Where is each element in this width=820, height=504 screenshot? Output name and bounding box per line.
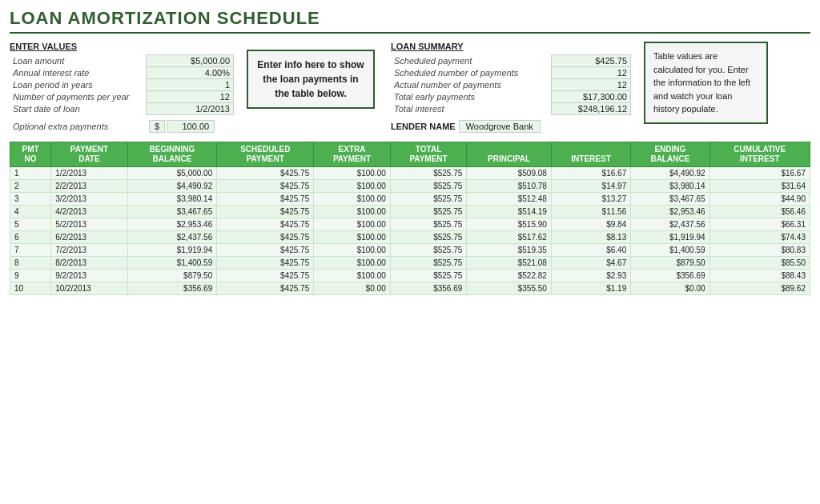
page-title: LOAN AMORTIZATION SCHEDULE [10,8,810,34]
loan-summary-table: Scheduled payment $425.75 Scheduled numb… [391,54,631,115]
table-cell: 2 [10,180,51,193]
table-cell: $44.90 [709,193,810,206]
table-cell: $425.75 [217,257,314,270]
table-cell: $100.00 [314,257,391,270]
table-cell: $3,980.14 [127,193,217,206]
ls-label: Scheduled number of payments [391,67,551,79]
amort-col-header: ENDINGBALANCE [631,142,709,167]
table-cell: $0.00 [314,282,391,295]
ev-value: 12 [146,91,234,103]
ls-label: Total interest [391,103,551,115]
lender-row: LENDER NAME Woodgrove Bank [391,120,631,133]
ev-label: Annual interest rate [10,67,146,79]
amort-col-header: SCHEDULEDPAYMENT [217,142,314,167]
table-cell: $510.78 [467,180,552,193]
enter-values-section: ENTER VALUES Loan amount $5,000.00 Annua… [10,42,234,134]
table-cell: $100.00 [314,218,391,231]
table-row: 22/2/2013$4,490.92$425.75$100.00$525.75$… [10,180,810,193]
ev-label: Loan amount [10,55,146,67]
table-cell: $521.08 [467,257,552,270]
ev-row: Start date of loan 1/2/2013 [10,103,234,115]
ls-row: Total interest $248,196.12 [391,103,631,115]
table-cell: 1 [10,167,51,180]
table-cell: $425.75 [217,206,314,218]
lender-label: LENDER NAME [391,122,456,131]
table-cell: $515.90 [467,218,552,231]
info-box: Enter info here to show the loan payment… [247,50,375,109]
ls-value: 12 [551,67,631,79]
table-cell: $74.43 [709,231,810,244]
table-cell: $80.83 [709,244,810,257]
ls-row: Total early payments $17,300.00 [391,91,631,103]
amort-col-header: PAYMENTDATE [51,142,128,167]
table-cell: $879.50 [127,270,217,282]
table-cell: $2,953.46 [127,218,217,231]
table-cell: $425.75 [217,244,314,257]
table-row: 44/2/2013$3,467.65$425.75$100.00$525.75$… [10,206,810,218]
table-cell: 3/2/2013 [51,193,128,206]
table-cell: $525.75 [390,244,467,257]
table-cell: $85.50 [709,257,810,270]
table-cell: 6/2/2013 [51,231,128,244]
table-cell: $5,000.00 [127,167,217,180]
amort-col-header: TOTALPAYMENT [390,142,467,167]
table-cell: $100.00 [314,180,391,193]
table-cell: $425.75 [217,180,314,193]
ev-value: 1 [146,79,234,91]
extra-payment-row: Optional extra payments $ 100.00 [10,115,234,134]
table-cell: 10/2/2013 [51,282,128,295]
table-cell: 9 [10,270,51,282]
table-cell: $425.75 [217,231,314,244]
table-cell: 8/2/2013 [51,257,128,270]
table-cell: 4/2/2013 [51,206,128,218]
enter-values-label: ENTER VALUES [10,42,234,51]
table-cell: $425.75 [217,282,314,295]
table-cell: $1.19 [551,282,630,295]
ls-label: Scheduled payment [391,55,551,67]
ev-value: 1/2/2013 [146,103,234,115]
amortization-table: PMTNOPAYMENTDATEBEGINNINGBALANCESCHEDULE… [10,142,810,295]
amort-col-header: EXTRAPAYMENT [314,142,391,167]
table-cell: 9/2/2013 [51,270,128,282]
ev-row: Loan amount $5,000.00 [10,55,234,67]
amort-col-header: INTEREST [551,142,630,167]
table-cell: $425.75 [217,218,314,231]
ls-row: Scheduled number of payments 12 [391,67,631,79]
table-cell: $1,400.59 [127,257,217,270]
amort-col-header: PRINCIPAL [467,142,552,167]
table-cell: $425.75 [217,193,314,206]
table-cell: 6 [10,231,51,244]
table-cell: $1,400.59 [631,244,709,257]
table-cell: $100.00 [314,244,391,257]
table-cell: 8 [10,257,51,270]
table-row: 66/2/2013$2,437.56$425.75$100.00$525.75$… [10,231,810,244]
table-cell: $512.48 [467,193,552,206]
table-cell: $4.67 [551,257,630,270]
table-cell: $6.40 [551,244,630,257]
table-cell: 5/2/2013 [51,218,128,231]
table-row: 1010/2/2013$356.69$425.75$0.00$356.69$35… [10,282,810,295]
table-row: 88/2/2013$1,400.59$425.75$100.00$525.75$… [10,257,810,270]
table-cell: $356.69 [127,282,217,295]
table-cell: $14.97 [551,180,630,193]
table-cell: $356.69 [631,270,709,282]
ls-value: $425.75 [551,55,631,67]
table-row: 11/2/2013$5,000.00$425.75$100.00$525.75$… [10,167,810,180]
table-cell: $8.13 [551,231,630,244]
table-cell: 2/2/2013 [51,180,128,193]
table-cell: $525.75 [390,206,467,218]
table-cell: $4,490.92 [127,180,217,193]
amort-col-header: CUMULATIVEINTEREST [709,142,810,167]
loan-summary-section: LOAN SUMMARY Scheduled payment $425.75 S… [391,42,631,133]
amort-col-header: PMTNO [10,142,51,167]
table-cell: $525.75 [390,167,467,180]
table-cell: $3,467.65 [631,193,709,206]
table-cell: $514.19 [467,206,552,218]
table-row: 99/2/2013$879.50$425.75$100.00$525.75$52… [10,270,810,282]
ls-value: $17,300.00 [551,91,631,103]
table-cell: 3 [10,193,51,206]
tip-box: Table values are calculated for you. Ent… [644,42,768,124]
table-cell: 7 [10,244,51,257]
extra-payment-label: Optional extra payments [10,115,146,134]
table-cell: $1,919.94 [127,244,217,257]
